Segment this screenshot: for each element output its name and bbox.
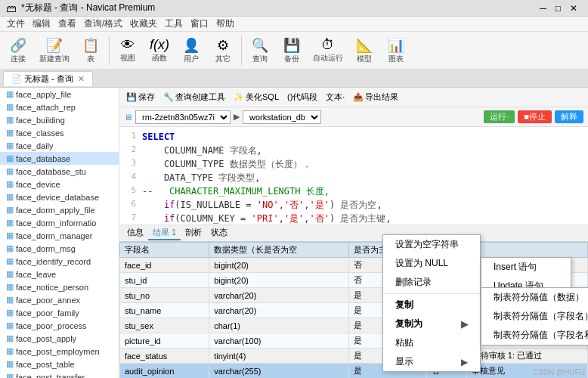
query-tab[interactable]: 📄 无标题 - 查询 ✕	[3, 71, 93, 86]
tab-close[interactable]: ✕	[78, 74, 85, 84]
model-btn[interactable]: 📐 模型	[349, 36, 379, 66]
sidebar-item[interactable]: ▦face_identify_record	[0, 255, 119, 268]
ctx-set-null[interactable]: 设置为 NULL	[383, 254, 480, 273]
sidebar-item[interactable]: ▦face_dorm_apply_file	[0, 203, 119, 216]
query-icon: 🔍	[252, 37, 268, 54]
menu-edit[interactable]: 编辑	[30, 17, 53, 31]
ctx-copy[interactable]: 复制	[383, 296, 480, 314]
run-btn[interactable]: 运行·	[484, 110, 515, 123]
text-btn[interactable]: 文本·	[322, 91, 348, 104]
backup-btn[interactable]: 💾 备份	[277, 36, 307, 66]
other-btn[interactable]: ⚙ 其它	[208, 36, 238, 66]
maximize-btn[interactable]: □	[551, 3, 565, 14]
main-toolbar: 🔗 连接 📝 新建查询 📋 表 👁 视图 f(x) 函数 👤 用户 ⚙ 其它 🔍…	[0, 32, 588, 70]
toolbar-sep-2	[241, 36, 242, 65]
minimize-btn[interactable]: ─	[535, 3, 551, 14]
backup-label: 备份	[284, 54, 299, 64]
table-btn[interactable]: 📋 表	[76, 36, 106, 66]
query-btn[interactable]: 🔍 查询	[245, 36, 275, 66]
menubar: 文件 编辑 查看 查询/格式 收藏夹 工具 窗口 帮助	[0, 17, 588, 32]
table-row[interactable]: face_statustinyint(4)是否0: 待审核 1: 已通过	[120, 349, 588, 364]
conn-select[interactable]: rm-2zetn83n05wz7i	[135, 110, 231, 124]
new-query-btn[interactable]: 📝 新建查询	[35, 36, 74, 66]
table-icon: ▦	[6, 141, 14, 150]
func-btn[interactable]: f(x) 函数	[144, 36, 175, 65]
sidebar-item[interactable]: ▦face_leave	[0, 268, 119, 280]
table-icon: ▦	[6, 166, 14, 176]
stop-btn[interactable]: ■停止	[518, 110, 552, 123]
save-btn[interactable]: 💾 保存	[122, 91, 159, 104]
snippet-btn[interactable]: ()代码段	[283, 91, 321, 104]
sidebar-item[interactable]: ▦face_device_database	[0, 191, 119, 203]
menu-view[interactable]: 查看	[56, 17, 79, 31]
export-btn[interactable]: 📤 导出结果	[349, 91, 402, 104]
ctx-paste[interactable]: 粘贴	[383, 333, 480, 352]
chart-btn[interactable]: 📊 图表	[381, 36, 411, 66]
table-icon: ▦	[6, 308, 14, 318]
sidebar-item[interactable]: ▦face_building	[0, 113, 119, 126]
submenu-tab-data[interactable]: 制表符分隔值（数据）	[481, 288, 588, 307]
close-btn[interactable]: ✕	[565, 3, 582, 14]
sidebar-item[interactable]: ▦face_post_employmen	[0, 345, 119, 358]
menu-window[interactable]: 窗口	[188, 17, 211, 31]
tab-result[interactable]: 结果 1	[148, 226, 181, 240]
menu-query[interactable]: 查询/格式	[82, 17, 125, 31]
ctx-copy-as[interactable]: 复制为 ▶	[383, 314, 480, 333]
new-query-label: 新建查询	[39, 54, 70, 64]
table-row[interactable]: audit_opinionvarchar(255)是否审核意见	[120, 364, 588, 379]
sidebar-item[interactable]: ▦face_device	[0, 178, 119, 191]
explain-btn[interactable]: 解释	[555, 110, 583, 123]
toolbar-sep-1	[109, 36, 110, 65]
menu-file[interactable]: 文件	[5, 17, 27, 31]
sidebar-item[interactable]: ▦face_database	[0, 152, 119, 165]
sidebar-item[interactable]: ▦face_database_stu	[0, 165, 119, 178]
sidebar-item[interactable]: ▦face_post_transfer	[0, 370, 119, 378]
sql-editor[interactable]: 1SELECT 2 COLUMN_NAME 字段名, 3 COLUMN_TYPE…	[119, 127, 588, 225]
sidebar-item[interactable]: ▦face_poor_family	[0, 306, 119, 319]
table-icon: ▦	[6, 321, 14, 330]
beautify-btn[interactable]: ✨ 美化SQL	[230, 91, 283, 104]
func-icon: f(x)	[150, 37, 169, 53]
table-icon: ▦	[6, 153, 14, 163]
tab-info[interactable]: 信息	[122, 226, 148, 240]
sidebar-item[interactable]: ▦face_dorm_msg	[0, 242, 119, 255]
sidebar-item[interactable]: ▦face_attach_rep	[0, 101, 119, 113]
model-label: 模型	[357, 54, 372, 64]
table-icon: ▦	[6, 179, 14, 189]
submenu-insert[interactable]: Insert 语句	[481, 258, 571, 277]
user-icon: 👤	[183, 37, 200, 54]
submenu-tab-field[interactable]: 制表符分隔值（字段名）	[481, 307, 588, 326]
sidebar-item[interactable]: ▦face_apply_file	[0, 88, 119, 101]
menu-favorites[interactable]: 收藏夹	[128, 17, 159, 31]
sidebar-item[interactable]: ▦face_classes	[0, 126, 119, 139]
autorun-label: 自动运行	[313, 53, 343, 64]
sidebar-item[interactable]: ▦face_poor_annex	[0, 293, 119, 306]
sidebar-item[interactable]: ▦face_dorm_informatio	[0, 216, 119, 229]
tab-profile[interactable]: 剖析	[181, 226, 206, 240]
sidebar-item[interactable]: ▦face_daily	[0, 139, 119, 152]
connect-btn[interactable]: 🔗 连接	[3, 36, 33, 66]
user-btn[interactable]: 👤 用户	[176, 36, 206, 66]
other-label: 其它	[215, 54, 231, 64]
sidebar-item[interactable]: ▦face_dorm_manager	[0, 229, 119, 242]
ctx-display[interactable]: 显示 ▶	[383, 352, 480, 371]
tab-status[interactable]: 状态	[206, 226, 232, 240]
submenu-arrow: ▶	[461, 319, 468, 330]
db-select[interactable]: workstation_db	[243, 110, 321, 124]
ctx-delete[interactable]: 删除记录	[383, 273, 480, 292]
menu-help[interactable]: 帮助	[214, 17, 237, 31]
connect-label: 连接	[11, 54, 26, 64]
query-builder-btn[interactable]: 🔧 查询创建工具	[159, 91, 229, 104]
submenu-tab-both[interactable]: 制表符分隔值（字段名和数据）	[481, 326, 588, 345]
sidebar-item[interactable]: ▦face_post_apply	[0, 332, 119, 345]
view-btn[interactable]: 👁 视图	[113, 36, 143, 65]
sidebar-item[interactable]: ▦face_poor_process	[0, 319, 119, 332]
watermark: CSDN @HUFU	[533, 368, 585, 376]
ctx-set-empty[interactable]: 设置为空字符串	[383, 235, 480, 254]
sidebar-item[interactable]: ▦face_notice_person	[0, 280, 119, 293]
sidebar-item[interactable]: ▦face_post_table	[0, 358, 119, 370]
autorun-icon: ⏱	[321, 37, 335, 53]
table-icon: ▦	[6, 115, 14, 125]
menu-tools[interactable]: 工具	[162, 17, 185, 31]
autorun-btn[interactable]: ⏱ 自动运行	[308, 36, 348, 65]
